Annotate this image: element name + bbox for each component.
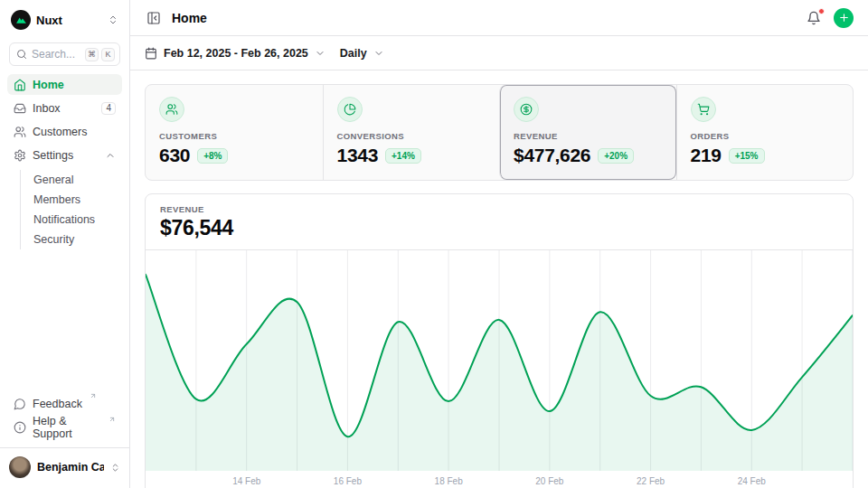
x-axis-tick-label: 22 Feb <box>637 476 665 486</box>
sidebar-footer: FeedbackHelp & Support Benjamin Canac <box>7 393 122 481</box>
settings-subtree: GeneralMembersNotificationsSecurity <box>20 170 122 249</box>
chevrons-up-down-icon <box>108 14 118 25</box>
stat-label: CUSTOMERS <box>159 131 309 141</box>
users-icon <box>14 126 26 138</box>
info-icon <box>14 421 26 434</box>
org-selector[interactable]: Nuxt <box>7 7 122 33</box>
users-icon <box>159 97 184 122</box>
stat-card-customers[interactable]: CUSTOMERS630+8% <box>146 85 323 180</box>
sidebar-item-settings[interactable]: Settings <box>7 145 122 165</box>
revenue-chart-card: REVENUE $76,544 14 Feb16 Feb18 Feb20 Feb… <box>145 193 854 488</box>
sidebar-item-label: Inbox <box>33 102 61 115</box>
x-axis-tick-label: 16 Feb <box>334 476 362 486</box>
chart-pie-icon <box>337 97 363 122</box>
search-kbd-hints: ⌘ K <box>85 48 115 61</box>
sidebar-item-label: Settings <box>33 149 73 162</box>
circle-dollar-icon <box>514 97 539 122</box>
chart-metric-value: $76,544 <box>160 216 838 240</box>
gear-icon <box>14 149 26 162</box>
plus-icon <box>838 12 850 23</box>
sidebar-subitem-general[interactable]: General <box>30 170 122 190</box>
sidebar-subitem-members[interactable]: Members <box>30 190 122 210</box>
sidebar-link-label: Feedback <box>33 398 82 410</box>
sidebar-footer-links: FeedbackHelp & Support <box>7 393 122 437</box>
sidebar-link-feedback[interactable]: Feedback <box>7 393 122 414</box>
page-header: Home <box>130 0 868 36</box>
user-name: Benjamin Canac <box>37 461 104 474</box>
chevron-down-icon <box>315 48 326 59</box>
chevrons-up-down-icon <box>110 463 120 473</box>
chevron-down-icon <box>373 48 384 59</box>
x-axis-tick-label: 24 Feb <box>738 476 766 486</box>
revenue-area-chart[interactable] <box>146 250 853 471</box>
sidebar-link-label: Help & Support <box>33 415 101 440</box>
chart-x-axis: 14 Feb16 Feb18 Feb20 Feb22 Feb24 Feb <box>146 471 853 488</box>
home-icon <box>14 79 26 91</box>
calendar-icon <box>145 47 157 60</box>
notifications-button[interactable] <box>805 9 823 27</box>
inbox-icon <box>14 102 26 115</box>
collapse-sidebar-button[interactable] <box>145 9 163 27</box>
chevron-up-icon <box>105 150 116 161</box>
user-avatar <box>9 456 31 478</box>
chart-metric-label: REVENUE <box>160 204 838 214</box>
notification-dot <box>818 8 825 14</box>
main-area: Home Feb 12, 2025 - Feb 26, 2025 Daily <box>130 0 868 488</box>
kbd-k: K <box>101 48 115 61</box>
sidebar-subitem-notifications[interactable]: Notifications <box>30 210 122 230</box>
sidebar-item-home[interactable]: Home <box>7 74 122 95</box>
search-icon <box>16 49 27 60</box>
stat-value: 630 <box>159 145 190 166</box>
date-range-picker[interactable]: Feb 12, 2025 - Feb 26, 2025 <box>145 47 326 60</box>
stat-label: ORDERS <box>691 131 840 141</box>
user-menu[interactable]: Benjamin Canac <box>0 447 129 481</box>
inbox-count-badge: 4 <box>101 102 116 115</box>
cart-icon <box>691 97 716 122</box>
stat-delta-badge: +15% <box>729 148 765 164</box>
stat-value: 219 <box>691 145 722 166</box>
sidebar: Nuxt Search... ⌘ K HomeInbox4CustomersSe… <box>0 0 130 488</box>
header-actions <box>805 8 854 28</box>
nuxt-logo-icon <box>11 10 31 30</box>
page-content: CUSTOMERS630+8%CONVERSIONS1343+14%REVENU… <box>130 70 868 488</box>
page-title: Home <box>172 11 207 25</box>
stat-label: CONVERSIONS <box>337 131 486 141</box>
period-select[interactable]: Daily <box>340 47 384 60</box>
x-axis-tick-label: 20 Feb <box>535 476 563 486</box>
search-placeholder: Search... <box>32 48 80 61</box>
stat-label: REVENUE <box>514 131 663 141</box>
sidebar-item-customers[interactable]: Customers <box>7 121 122 142</box>
external-link-icon <box>90 392 97 399</box>
add-button[interactable] <box>834 8 854 28</box>
app-window: Nuxt Search... ⌘ K HomeInbox4CustomersSe… <box>0 0 868 488</box>
filters-toolbar: Feb 12, 2025 - Feb 26, 2025 Daily <box>130 36 868 70</box>
sidebar-item-label: Home <box>33 79 64 91</box>
sidebar-subitem-security[interactable]: Security <box>30 230 122 249</box>
external-link-icon <box>108 416 116 423</box>
chart-header: REVENUE $76,544 <box>146 194 853 250</box>
stat-card-conversions[interactable]: CONVERSIONS1343+14% <box>323 85 500 180</box>
stat-card-revenue[interactable]: REVENUE$477,626+20% <box>499 85 676 180</box>
search-input[interactable]: Search... ⌘ K <box>9 42 120 66</box>
stat-card-orders[interactable]: ORDERS219+15% <box>676 85 854 180</box>
stat-delta-badge: +8% <box>197 148 228 164</box>
message-icon <box>14 398 26 410</box>
sidebar-item-label: Customers <box>33 126 87 138</box>
stat-delta-badge: +20% <box>598 148 634 164</box>
stats-row: CUSTOMERS630+8%CONVERSIONS1343+14%REVENU… <box>145 84 854 181</box>
kbd-cmd: ⌘ <box>85 48 99 61</box>
x-axis-tick-label: 18 Feb <box>435 476 463 486</box>
x-axis-tick-label: 14 Feb <box>232 476 260 486</box>
period-label: Daily <box>340 47 367 60</box>
stat-value: 1343 <box>337 145 379 166</box>
org-name: Nuxt <box>36 14 102 27</box>
sidebar-nav: HomeInbox4CustomersSettingsGeneralMember… <box>7 74 122 249</box>
stat-value: $477,626 <box>514 145 590 166</box>
stat-delta-badge: +14% <box>385 148 421 164</box>
sidebar-link-help-support[interactable]: Help & Support <box>7 417 122 437</box>
sidebar-item-inbox[interactable]: Inbox4 <box>7 98 122 118</box>
date-range-label: Feb 12, 2025 - Feb 26, 2025 <box>164 47 308 60</box>
